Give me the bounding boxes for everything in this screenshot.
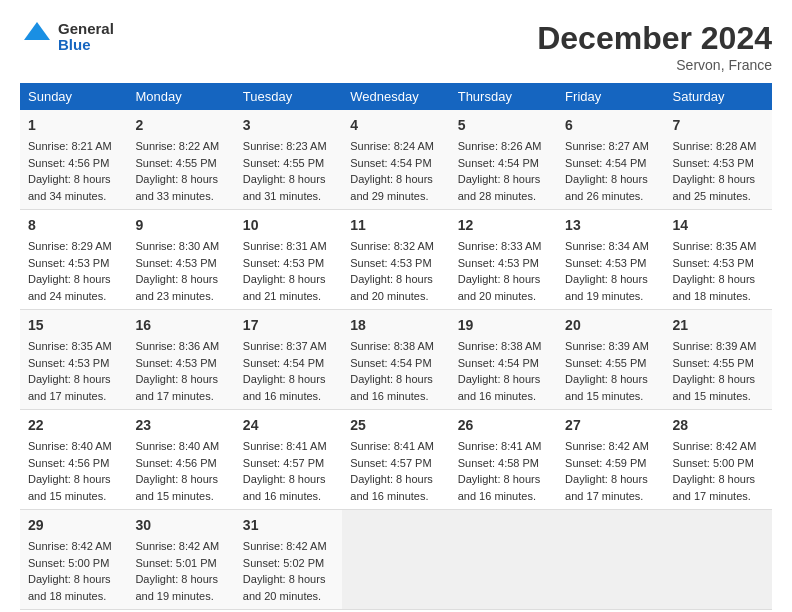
calendar-cell: 21Sunrise: 8:39 AMSunset: 4:55 PMDayligh…: [665, 310, 772, 410]
calendar-cell: 11Sunrise: 8:32 AMSunset: 4:53 PMDayligh…: [342, 210, 449, 310]
calendar-cell: 30Sunrise: 8:42 AMSunset: 5:01 PMDayligh…: [127, 510, 234, 610]
sunset-label: Sunset: 5:01 PM: [135, 557, 216, 569]
sunset-label: Sunset: 4:53 PM: [350, 257, 431, 269]
sunrise-label: Sunrise: 8:22 AM: [135, 140, 219, 152]
daylight-label: Daylight: 8 hours and 23 minutes.: [135, 273, 218, 302]
daylight-label: Daylight: 8 hours and 15 minutes.: [565, 373, 648, 402]
sunset-label: Sunset: 4:54 PM: [458, 157, 539, 169]
sunset-label: Sunset: 5:02 PM: [243, 557, 324, 569]
calendar-cell: 1Sunrise: 8:21 AMSunset: 4:56 PMDaylight…: [20, 110, 127, 210]
day-number: 8: [28, 215, 119, 236]
calendar-week-3: 15Sunrise: 8:35 AMSunset: 4:53 PMDayligh…: [20, 310, 772, 410]
sunrise-label: Sunrise: 8:26 AM: [458, 140, 542, 152]
sunrise-label: Sunrise: 8:21 AM: [28, 140, 112, 152]
col-thursday: Thursday: [450, 83, 557, 110]
calendar-cell: 4Sunrise: 8:24 AMSunset: 4:54 PMDaylight…: [342, 110, 449, 210]
sunset-label: Sunset: 4:53 PM: [458, 257, 539, 269]
daylight-label: Daylight: 8 hours and 15 minutes.: [673, 373, 756, 402]
sunrise-label: Sunrise: 8:35 AM: [673, 240, 757, 252]
sunrise-label: Sunrise: 8:41 AM: [458, 440, 542, 452]
logo-container: General Blue: [20, 20, 114, 54]
day-number: 28: [673, 415, 764, 436]
calendar-cell: 20Sunrise: 8:39 AMSunset: 4:55 PMDayligh…: [557, 310, 664, 410]
sunrise-label: Sunrise: 8:42 AM: [28, 540, 112, 552]
day-number: 6: [565, 115, 656, 136]
day-number: 2: [135, 115, 226, 136]
daylight-label: Daylight: 8 hours and 16 minutes.: [243, 373, 326, 402]
daylight-label: Daylight: 8 hours and 16 minutes.: [350, 473, 433, 502]
sunrise-label: Sunrise: 8:29 AM: [28, 240, 112, 252]
day-number: 14: [673, 215, 764, 236]
daylight-label: Daylight: 8 hours and 16 minutes.: [243, 473, 326, 502]
daylight-label: Daylight: 8 hours and 21 minutes.: [243, 273, 326, 302]
sunset-label: Sunset: 4:53 PM: [565, 257, 646, 269]
calendar-cell: 19Sunrise: 8:38 AMSunset: 4:54 PMDayligh…: [450, 310, 557, 410]
sunset-label: Sunset: 4:55 PM: [673, 357, 754, 369]
calendar-cell: 22Sunrise: 8:40 AMSunset: 4:56 PMDayligh…: [20, 410, 127, 510]
sunrise-label: Sunrise: 8:27 AM: [565, 140, 649, 152]
header: General Blue December 2024 Servon, Franc…: [20, 20, 772, 73]
daylight-label: Daylight: 8 hours and 25 minutes.: [673, 173, 756, 202]
calendar-cell: 16Sunrise: 8:36 AMSunset: 4:53 PMDayligh…: [127, 310, 234, 410]
day-number: 22: [28, 415, 119, 436]
daylight-label: Daylight: 8 hours and 16 minutes.: [350, 373, 433, 402]
daylight-label: Daylight: 8 hours and 19 minutes.: [135, 573, 218, 602]
day-number: 17: [243, 315, 334, 336]
sunset-label: Sunset: 4:54 PM: [350, 157, 431, 169]
day-number: 12: [458, 215, 549, 236]
calendar-cell: 7Sunrise: 8:28 AMSunset: 4:53 PMDaylight…: [665, 110, 772, 210]
calendar-week-1: 1Sunrise: 8:21 AMSunset: 4:56 PMDaylight…: [20, 110, 772, 210]
sunset-label: Sunset: 4:55 PM: [135, 157, 216, 169]
day-number: 13: [565, 215, 656, 236]
day-number: 10: [243, 215, 334, 236]
col-monday: Monday: [127, 83, 234, 110]
sunset-label: Sunset: 4:57 PM: [243, 457, 324, 469]
sunrise-label: Sunrise: 8:28 AM: [673, 140, 757, 152]
sunrise-label: Sunrise: 8:32 AM: [350, 240, 434, 252]
daylight-label: Daylight: 8 hours and 34 minutes.: [28, 173, 111, 202]
sunset-label: Sunset: 4:54 PM: [565, 157, 646, 169]
day-number: 4: [350, 115, 441, 136]
calendar-cell: 23Sunrise: 8:40 AMSunset: 4:56 PMDayligh…: [127, 410, 234, 510]
sunrise-label: Sunrise: 8:31 AM: [243, 240, 327, 252]
sunset-label: Sunset: 4:56 PM: [28, 457, 109, 469]
logo-line1: General: [58, 21, 114, 38]
calendar-cell: 31Sunrise: 8:42 AMSunset: 5:02 PMDayligh…: [235, 510, 342, 610]
day-number: 30: [135, 515, 226, 536]
sunrise-label: Sunrise: 8:42 AM: [243, 540, 327, 552]
sunset-label: Sunset: 5:00 PM: [28, 557, 109, 569]
sunset-label: Sunset: 4:56 PM: [135, 457, 216, 469]
sunset-label: Sunset: 4:53 PM: [28, 257, 109, 269]
sunrise-label: Sunrise: 8:38 AM: [350, 340, 434, 352]
calendar-cell: [665, 510, 772, 610]
calendar-cell: 27Sunrise: 8:42 AMSunset: 4:59 PMDayligh…: [557, 410, 664, 510]
calendar-cell: 29Sunrise: 8:42 AMSunset: 5:00 PMDayligh…: [20, 510, 127, 610]
daylight-label: Daylight: 8 hours and 16 minutes.: [458, 373, 541, 402]
day-number: 7: [673, 115, 764, 136]
sunrise-label: Sunrise: 8:42 AM: [673, 440, 757, 452]
col-tuesday: Tuesday: [235, 83, 342, 110]
col-sunday: Sunday: [20, 83, 127, 110]
calendar-cell: 26Sunrise: 8:41 AMSunset: 4:58 PMDayligh…: [450, 410, 557, 510]
sunrise-label: Sunrise: 8:41 AM: [243, 440, 327, 452]
month-title: December 2024: [537, 20, 772, 57]
daylight-label: Daylight: 8 hours and 17 minutes.: [673, 473, 756, 502]
sunrise-label: Sunrise: 8:36 AM: [135, 340, 219, 352]
calendar-cell: 25Sunrise: 8:41 AMSunset: 4:57 PMDayligh…: [342, 410, 449, 510]
daylight-label: Daylight: 8 hours and 29 minutes.: [350, 173, 433, 202]
calendar-cell: [557, 510, 664, 610]
calendar-week-2: 8Sunrise: 8:29 AMSunset: 4:53 PMDaylight…: [20, 210, 772, 310]
sunset-label: Sunset: 4:58 PM: [458, 457, 539, 469]
sunset-label: Sunset: 4:54 PM: [350, 357, 431, 369]
day-number: 1: [28, 115, 119, 136]
sunrise-label: Sunrise: 8:42 AM: [135, 540, 219, 552]
logo-text: General Blue: [58, 21, 114, 54]
calendar-week-5: 29Sunrise: 8:42 AMSunset: 5:00 PMDayligh…: [20, 510, 772, 610]
calendar-cell: 15Sunrise: 8:35 AMSunset: 4:53 PMDayligh…: [20, 310, 127, 410]
calendar-cell: 3Sunrise: 8:23 AMSunset: 4:55 PMDaylight…: [235, 110, 342, 210]
calendar-cell: 12Sunrise: 8:33 AMSunset: 4:53 PMDayligh…: [450, 210, 557, 310]
sunset-label: Sunset: 4:56 PM: [28, 157, 109, 169]
col-wednesday: Wednesday: [342, 83, 449, 110]
day-number: 24: [243, 415, 334, 436]
sunrise-label: Sunrise: 8:41 AM: [350, 440, 434, 452]
